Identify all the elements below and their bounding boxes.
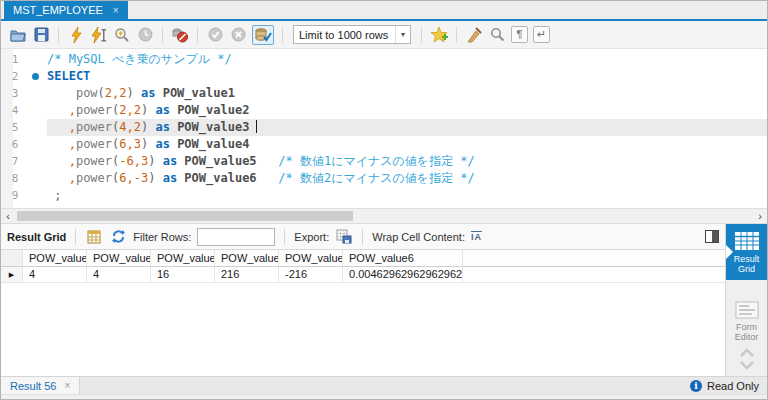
statement-marker-icon <box>32 73 39 80</box>
result-grid: POW_value1POW_value2POW_value3POW_value4… <box>1 250 725 376</box>
editor-line[interactable]: 6 ,power(6,3) as POW_value4 <box>1 136 767 153</box>
row-marker-icon: ▶ <box>1 267 23 282</box>
toolbar-separator <box>75 229 76 245</box>
execute-icon[interactable] <box>67 26 85 44</box>
form-editor-icon <box>735 301 759 319</box>
toolbar-separator <box>362 229 363 245</box>
export-icon[interactable] <box>335 228 353 246</box>
read-only-status: i Read Only <box>690 380 767 392</box>
toolbar-separator <box>197 27 198 43</box>
editor-line[interactable]: 5 ,power(4,2) as POW_value3 <box>1 119 767 136</box>
editor-line[interactable]: 7 ,power(-6,3) as POW_value5 /* 数値1にマイナス… <box>1 153 767 170</box>
code-text: ,power(-6,3) as POW_value5 /* 数値1にマイナスの値… <box>47 153 767 170</box>
column-header[interactable]: POW_value3 <box>151 250 215 266</box>
sidebar-item-result-grid[interactable]: Result Grid <box>726 224 767 280</box>
line-number: 8 <box>1 170 47 187</box>
scroll-left-icon[interactable]: ‹ <box>1 209 15 223</box>
result-grid-label: Result Grid <box>7 231 66 243</box>
toolbar-separator <box>284 229 285 245</box>
kill-query-icon[interactable] <box>171 26 189 44</box>
line-number: 5 <box>1 119 47 136</box>
result-tab[interactable]: Result 56 × <box>1 377 80 394</box>
refresh-icon[interactable] <box>109 228 127 246</box>
result-tab-bar: Result 56 × i Read Only <box>1 376 767 394</box>
table-cell[interactable]: 4 <box>87 267 151 282</box>
table-cell[interactable]: 216 <box>215 267 279 282</box>
editor-line[interactable]: 3 pow(2,2) as POW_value1 <box>1 85 767 102</box>
limit-rows-dropdown[interactable]: Limit to 1000 rows ▾ <box>293 25 411 44</box>
chevron-up-icon[interactable] <box>739 348 755 357</box>
filter-rows-input[interactable] <box>197 228 275 246</box>
result-tab-close-icon[interactable]: × <box>64 380 70 391</box>
toolbar-separator <box>456 27 457 43</box>
find-icon[interactable] <box>488 26 506 44</box>
execute-current-statement-icon[interactable] <box>90 26 108 44</box>
editor-tab-bar: MST_EMPLOYEE × <box>1 1 767 21</box>
info-icon: i <box>690 380 702 392</box>
table-cell[interactable]: 4 <box>23 267 87 282</box>
table-cell[interactable]: -216 <box>279 267 343 282</box>
editor-line[interactable]: 8 ,power(6,-3) as POW_value6 /* 数値2にマイナス… <box>1 170 767 187</box>
code-text: ; <box>47 187 767 204</box>
line-number: 9 <box>1 187 47 204</box>
column-header[interactable]: POW_value5 <box>279 250 343 266</box>
line-number: 3 <box>1 85 47 102</box>
code-text: ,power(4,2) as POW_value3 <box>47 119 767 136</box>
show-invisibles-icon[interactable]: ¶ <box>511 26 528 43</box>
toggle-autocommit-icon[interactable] <box>252 25 274 45</box>
column-header[interactable]: POW_value4 <box>215 250 279 266</box>
table-cell[interactable]: 0.004629629629629629 <box>343 267 463 282</box>
column-header[interactable]: POW_value2 <box>87 250 151 266</box>
selected-notch <box>726 245 733 259</box>
filter-rows-label: Filter Rows: <box>133 231 191 243</box>
toolbar-separator <box>421 27 422 43</box>
explain-icon[interactable] <box>113 26 131 44</box>
line-number: 7 <box>1 153 47 170</box>
code-text: ,power(6,3) as POW_value4 <box>47 136 767 153</box>
editor-line[interactable]: 9 ; <box>1 187 767 204</box>
sql-editor[interactable]: 1/* MySQL べき乗のサンプル */2SELECT3 pow(2,2) a… <box>1 49 767 208</box>
line-number: 6 <box>1 136 47 153</box>
code-text: SELECT <box>47 68 767 85</box>
scrollbar-thumb[interactable] <box>17 211 353 221</box>
grid-rows: ▶4416216-2160.004629629629629629 <box>1 267 725 283</box>
table-cell[interactable]: 16 <box>151 267 215 282</box>
stop-icon <box>136 26 154 44</box>
toggle-sidebar-icon[interactable] <box>705 230 719 243</box>
table-row[interactable]: ▶4416216-2160.004629629629629629 <box>1 267 725 283</box>
toggle-wrap-icon[interactable]: ↵ <box>533 26 550 43</box>
wrap-cell-content-icon[interactable]: IA <box>471 231 482 242</box>
column-header[interactable]: POW_value6 <box>343 250 463 266</box>
editor-horizontal-scrollbar[interactable]: ‹ › <box>1 208 767 224</box>
result-grid-toolbar: Result Grid Filter Rows: Export: Wrap Ce… <box>1 224 725 250</box>
add-snippet-icon[interactable] <box>430 26 448 44</box>
result-sidebar: Result Grid Form Editor <box>725 224 767 376</box>
editor-line[interactable]: 4 ,power(2,2) as POW_value2 <box>1 102 767 119</box>
sidebar-item-label: Form Editor <box>735 322 759 342</box>
chevron-down-icon: ▾ <box>395 26 410 43</box>
code-text: /* MySQL べき乗のサンプル */ <box>47 51 767 68</box>
sidebar-item-label: Result Grid <box>734 254 760 274</box>
tab-mst-employee[interactable]: MST_EMPLOYEE × <box>4 1 128 19</box>
editor-line[interactable]: 2SELECT <box>1 68 767 85</box>
rollback-icon <box>229 26 247 44</box>
line-number: 2 <box>1 68 47 85</box>
beautify-icon[interactable] <box>465 26 483 44</box>
column-header[interactable]: POW_value1 <box>23 250 87 266</box>
save-icon[interactable] <box>32 26 50 44</box>
tab-close-icon[interactable]: × <box>113 5 119 16</box>
scroll-right-icon[interactable]: › <box>753 209 767 223</box>
sidebar-item-form-editor[interactable]: Form Editor <box>726 294 767 348</box>
editor-line[interactable]: 1/* MySQL べき乗のサンプル */ <box>1 51 767 68</box>
grid-icon[interactable] <box>85 228 103 246</box>
read-only-label: Read Only <box>707 380 759 392</box>
toolbar-separator <box>58 27 59 43</box>
grid-header-row: POW_value1POW_value2POW_value3POW_value4… <box>1 250 725 267</box>
line-number: 1 <box>1 51 47 68</box>
chevron-down-icon[interactable] <box>739 361 755 370</box>
open-file-icon[interactable] <box>9 26 27 44</box>
limit-rows-value: Limit to 1000 rows <box>294 29 395 41</box>
code-text: ,power(6,-3) as POW_value6 /* 数値2にマイナスの値… <box>47 170 767 187</box>
code-text: ,power(2,2) as POW_value2 <box>47 102 767 119</box>
sql-editor-toolbar: Limit to 1000 rows ▾ ¶ ↵ <box>1 21 767 49</box>
